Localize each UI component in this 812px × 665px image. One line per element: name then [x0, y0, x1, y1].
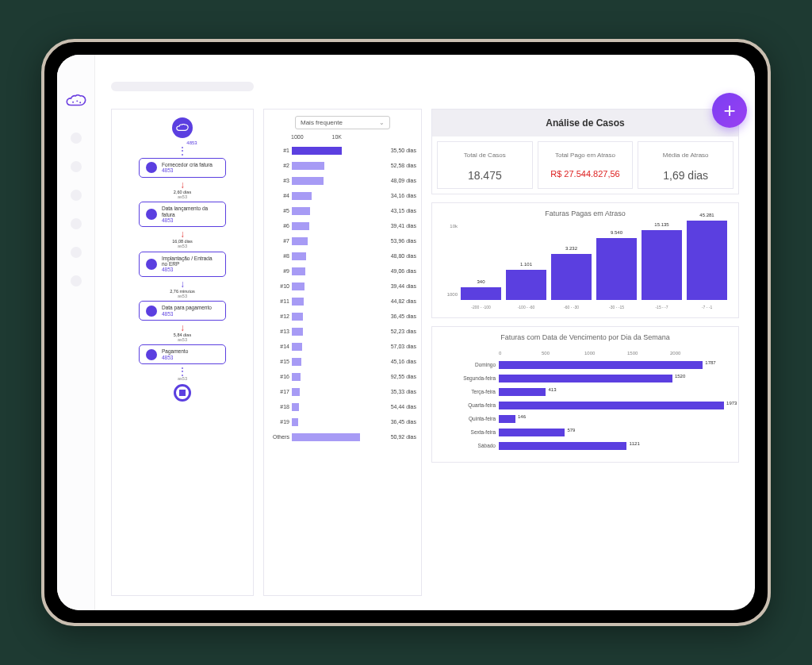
variant-row[interactable]: #252,58 dias [269, 158, 416, 173]
dow-row[interactable]: Sábado1121 [443, 439, 727, 452]
dow-value: 413 [548, 387, 556, 392]
variant-label: #7 [269, 238, 289, 244]
analysis-header-panel: Análise de Casos Total de Casos18.475Tot… [431, 109, 739, 194]
variant-bar [292, 343, 302, 351]
variant-bar [292, 418, 298, 426]
variant-value: 34,16 dias [391, 193, 416, 198]
variant-row[interactable]: #753,96 dias [269, 233, 416, 248]
dow-row[interactable]: Terça-feira413 [443, 385, 727, 398]
nav-placeholder[interactable] [71, 190, 82, 201]
variant-row[interactable]: #1545,16 dias [269, 354, 416, 369]
chart-column[interactable]: 45.281-7 - -1 [687, 221, 727, 300]
flow-step-node[interactable]: Pagamento4853 [139, 344, 226, 364]
variant-value: 44,82 dias [391, 298, 416, 304]
node-dot-icon [146, 259, 157, 270]
chart-column[interactable]: 1.101-100 - -60 [506, 270, 546, 300]
dow-row[interactable]: Quarta-feira1973 [443, 398, 727, 412]
variant-row[interactable]: #848,80 dias [269, 248, 416, 263]
variant-row[interactable]: #434,16 dias [269, 188, 416, 203]
dow-row[interactable]: Quinta-feira146 [443, 412, 727, 425]
variant-bar [292, 207, 310, 215]
variant-label: #9 [269, 268, 289, 274]
chart-column[interactable]: 9.540-30 - -15 [596, 238, 637, 300]
nav-placeholder[interactable] [71, 275, 82, 286]
variant-row[interactable]: Others50,92 dias [269, 429, 416, 444]
variant-value: 57,03 dias [391, 344, 416, 349]
variant-row[interactable]: #1735,33 dias [269, 384, 416, 399]
dow-value: 146 [518, 414, 526, 419]
stat-card: Total Pago em AtrasoR$ 27.544.827,56 [538, 141, 634, 189]
variant-row[interactable]: #1692,55 dias [269, 369, 416, 384]
variant-value: 92,55 dias [391, 374, 416, 379]
variant-row[interactable]: #543,15 dias [269, 203, 416, 218]
flow-step-node[interactable]: Implantação / Entrada no ERP4853 [139, 252, 226, 277]
flow-arrow-icon: ↓ [180, 180, 185, 190]
variants-panel: Mais frequente ⌄ 1000 10K #135,50 dias#2… [263, 109, 422, 596]
variant-row[interactable]: #1236,45 dias [269, 309, 416, 324]
variant-row[interactable]: #1352,23 dias [269, 324, 416, 339]
variant-row[interactable]: #1039,44 dias [269, 279, 416, 294]
axis-tick: 1000 [584, 351, 627, 356]
variant-row[interactable]: #135,50 dias [269, 143, 416, 158]
column-xlabel: -100 - -60 [518, 305, 535, 309]
variant-row[interactable]: #949,06 dias [269, 263, 416, 279]
process-flow-panel: 4853 ⋮Fornecedor cria fatura4853↓2,60 di… [111, 109, 254, 596]
brain-cloud-logo-icon[interactable] [66, 94, 86, 112]
node-dot-icon [146, 162, 157, 173]
stat-label: Total de Casos [441, 148, 529, 163]
variant-row[interactable]: #1936,45 dias [269, 414, 416, 429]
chart-title: Faturas com Data de Vencimento por Dia d… [439, 333, 732, 341]
flow-arrow-icon: ↓ [180, 323, 185, 332]
dow-label: Quarta-feira [443, 402, 496, 408]
variant-bar [292, 328, 303, 336]
dow-bar [499, 402, 724, 409]
variant-bar [292, 313, 303, 321]
flow-step-node[interactable]: Fornecedor cria fatura4853 [139, 158, 226, 178]
nav-placeholder[interactable] [71, 133, 82, 144]
dow-row[interactable]: Segunda-feira1520 [443, 371, 727, 385]
axis-tick: 500 [542, 351, 584, 356]
dow-bar [499, 442, 626, 450]
flow-arrow-icon: ↓ [180, 279, 185, 289]
variant-label: #14 [269, 344, 289, 349]
nav-placeholder[interactable] [71, 218, 82, 229]
node-dot-icon [146, 349, 157, 360]
flow-start-node[interactable] [172, 117, 193, 138]
flow-step-node[interactable]: Data para pagamento4853 [139, 301, 226, 321]
variant-bar [292, 388, 300, 396]
variant-row[interactable]: #1144,82 dias [269, 294, 416, 309]
chart-title: Faturas Pagas em Atraso [439, 209, 732, 217]
analysis-header: Análise de Casos [432, 110, 738, 136]
dow-bar [499, 388, 546, 396]
variant-label: #18 [269, 404, 289, 409]
variant-sort-dropdown[interactable]: Mais frequente ⌄ [295, 116, 390, 129]
flow-end-node[interactable] [174, 384, 191, 402]
column-value: 15.135 [654, 222, 668, 227]
column-xlabel: -7 - -1 [702, 305, 712, 309]
node-dot-icon [146, 306, 157, 317]
column-value: 45.281 [699, 213, 714, 217]
analysis-column: Análise de Casos Total de Casos18.475Tot… [431, 109, 739, 596]
variant-label: #10 [269, 283, 289, 289]
dow-label: Domingo [443, 362, 496, 367]
chart-column[interactable]: 15.135-15 - -7 [642, 230, 682, 300]
flow-step-node[interactable]: Data lançamento da fatura4853 [139, 202, 226, 227]
column-bar: 340 [461, 287, 501, 300]
variant-value: 35,50 dias [391, 148, 416, 153]
dow-value: 1520 [675, 374, 685, 379]
dow-row[interactable]: Domingo1787 [443, 358, 727, 371]
variant-row[interactable]: #1457,03 dias [269, 339, 416, 354]
chart-column[interactable]: 3.232-60 - -30 [551, 254, 592, 300]
nav-placeholder[interactable] [71, 161, 82, 172]
variant-row[interactable]: #348,09 dias [269, 173, 416, 188]
chart-column[interactable]: 340-200 - -100 [461, 287, 501, 300]
variant-label: #2 [269, 163, 289, 168]
add-button[interactable]: + [712, 93, 747, 128]
variant-row[interactable]: #1854,44 dias [269, 399, 416, 414]
variant-label: #17 [269, 389, 289, 394]
variant-label: #8 [269, 253, 289, 259]
variant-row[interactable]: #639,41 dias [269, 218, 416, 233]
variant-label: Others [269, 434, 289, 440]
dow-row[interactable]: Sexta-feira579 [443, 425, 727, 439]
nav-placeholder[interactable] [71, 247, 82, 258]
